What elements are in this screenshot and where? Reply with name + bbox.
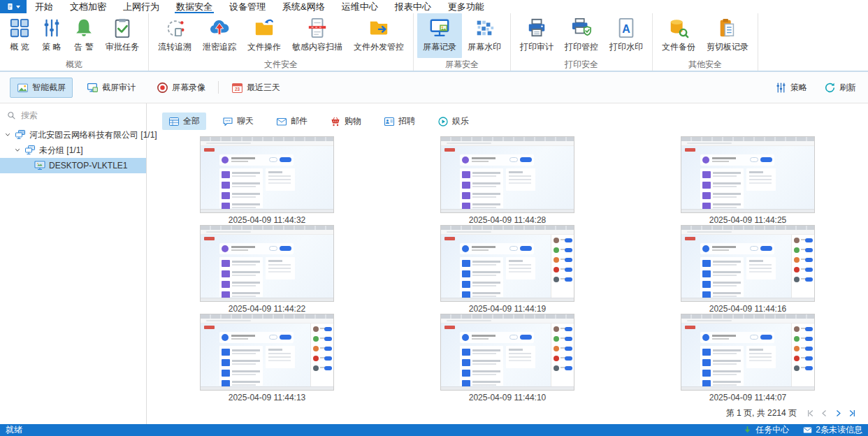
thumb-side-card [506, 168, 535, 191]
ribbon-button[interactable]: 文件操作 [242, 13, 287, 58]
thumb-windows-taskbar [201, 298, 333, 301]
task-center-button[interactable]: 任务中心 [743, 424, 789, 436]
screenshot-timestamp: 2025-04-09 11:44:13 [229, 393, 306, 402]
category-tab[interactable]: 招聘 [377, 112, 421, 130]
screenshot-thumbnail[interactable] [440, 314, 574, 391]
ribbon-group-buttons: 概 览 策 略 告 警 审批任务 [3, 13, 145, 58]
ribbon-button[interactable]: 泄密追踪 [197, 13, 242, 58]
menu-item[interactable]: 系统&网络 [282, 0, 325, 13]
menu-item[interactable]: 设备管理 [229, 0, 266, 13]
menu-item[interactable]: 上网行为 [123, 0, 159, 13]
date-range-filter-button[interactable]: 最近三天 [224, 78, 287, 98]
screenshot-thumbnail[interactable] [681, 136, 815, 213]
thumb-windows-taskbar [681, 386, 814, 390]
unread-messages-button[interactable]: 2条未读信息 [803, 424, 862, 436]
screenshot-thumbnail[interactable] [440, 136, 574, 213]
menu-item[interactable]: 数据安全 [176, 0, 212, 13]
ribbon-button[interactable]: 审批任务 [100, 13, 145, 58]
previous-page-button[interactable] [820, 409, 829, 418]
ribbon-button[interactable]: 策 略 [36, 13, 68, 58]
thumb-windows-taskbar [441, 386, 574, 390]
category-tab[interactable]: 购物 [324, 112, 368, 130]
category-tab[interactable]: 聊天 [216, 112, 260, 130]
screenshot-item: 2025-04-09 11:44:22 [147, 225, 387, 314]
menu-item[interactable]: 运维中心 [342, 0, 378, 13]
ribbon-button[interactable]: 剪切板记录 [701, 13, 754, 58]
thumb-job-list [460, 257, 503, 297]
screenshot-thumbnail[interactable] [200, 136, 334, 213]
menu-item[interactable]: 开始 [35, 0, 53, 13]
ribbon-group-buttons: 文件备份 剪切板记录 [656, 13, 754, 58]
screenshot-thumbnail[interactable] [200, 314, 334, 391]
chevron-down-icon[interactable] [14, 147, 21, 154]
thumb-side-card [506, 257, 535, 279]
ribbon-group-buttons: 打印审计 打印管控 打印水印 [514, 13, 649, 58]
thumb-job-list [460, 346, 503, 386]
screenshot-timestamp: 2025-04-09 11:44:10 [469, 393, 547, 402]
content-area: 全部 聊天 邮件 购物 招聘 娱乐 [147, 103, 868, 424]
search-input[interactable] [21, 110, 126, 120]
refresh-button[interactable]: 刷新 [822, 78, 858, 98]
screenshot-timestamp: 2025-04-09 11:44:19 [469, 304, 547, 314]
ribbon-button[interactable]: 敏感内容扫描 [287, 13, 348, 58]
ribbon-button[interactable]: 告 警 [68, 13, 100, 58]
menu-item[interactable]: 报表中心 [395, 0, 431, 13]
screenshot-thumbnail[interactable] [681, 225, 815, 302]
thumb-webpage [681, 235, 814, 298]
category-tab-label: 招聘 [398, 115, 415, 127]
menu-item[interactable]: 更多功能 [448, 0, 484, 13]
category-tab-label: 购物 [345, 115, 361, 127]
category-tab[interactable]: 邮件 [270, 112, 314, 130]
screenshot-thumbnail[interactable] [440, 225, 574, 302]
toolbar-button[interactable]: 截屏审计 [80, 78, 143, 98]
screenshot-timestamp: 2025-04-09 11:44:07 [709, 393, 787, 402]
screenshot-thumbnail[interactable] [681, 314, 815, 391]
next-page-button[interactable] [834, 409, 843, 418]
ribbon-button-label: 策 略 [42, 41, 61, 53]
toolbar-button-label: 截屏审计 [102, 82, 136, 94]
ribbon-group-label: 文件安全 [152, 58, 410, 73]
policy-button[interactable]: 策略 [773, 78, 809, 98]
tree-node-company[interactable]: 河北安固云网络科技有限公司 [1/1] [0, 127, 146, 143]
tree-node-host-selected[interactable]: DESKTOP-VLKTLE1 [0, 158, 146, 173]
chevron-down-icon[interactable] [4, 131, 11, 138]
mail-icon [276, 116, 287, 127]
category-tab-label: 邮件 [291, 115, 308, 127]
thumb-windows-taskbar [441, 209, 574, 212]
category-tab[interactable]: 全部 [162, 112, 206, 130]
screenshot-thumbnail[interactable] [200, 225, 334, 302]
ribbon-button[interactable]: 屏幕记录 [417, 13, 462, 58]
screenshot-item: 2025-04-09 11:44:13 [147, 314, 387, 402]
first-page-button[interactable] [806, 409, 815, 418]
overview-grid-icon [9, 17, 30, 38]
last-page-button[interactable] [848, 409, 857, 418]
thumb-job-list [460, 168, 503, 208]
screenshot-item: 2025-04-09 11:44:16 [628, 225, 868, 314]
ribbon-button[interactable]: 屏幕水印 [462, 13, 507, 58]
category-tab-label: 娱乐 [452, 115, 469, 127]
menu-item[interactable]: 文档加密 [70, 0, 106, 13]
tree-node-ungrouped[interactable]: 未分组 [1/1] [0, 143, 146, 158]
toolbar-right: 策略 刷新 [773, 78, 858, 98]
ribbon-button[interactable]: 概 览 [3, 13, 36, 58]
ribbon-button[interactable]: 流转追溯 [152, 13, 197, 58]
app-menu-button[interactable] [0, 0, 27, 13]
category-tab[interactable]: 娱乐 [431, 112, 475, 130]
ribbon-button[interactable]: 文件外发管控 [348, 13, 410, 58]
thumb-side-card [746, 168, 776, 191]
thumb-contact-panel [310, 324, 333, 386]
ribbon-button[interactable]: 打印水印 [604, 13, 649, 58]
ribbon-group-buttons: 流转追溯 泄密追踪 文件操作 敏感内容扫描 文件外发管控 [152, 13, 410, 58]
ribbon-button-label: 打印水印 [609, 41, 643, 53]
toolbar-button[interactable]: 智能截屏 [10, 78, 73, 98]
ribbon-group-buttons: 屏幕记录 屏幕水印 [417, 13, 507, 58]
ribbon-group-label: 屏幕安全 [417, 58, 507, 73]
ribbon-button[interactable]: 打印审计 [514, 13, 559, 58]
toolbar-button[interactable]: 屏幕录像 [150, 78, 212, 98]
thumb-windows-taskbar [201, 386, 333, 390]
print-control-icon [571, 17, 592, 38]
ribbon-button[interactable]: 打印管控 [559, 13, 604, 58]
unread-messages-label: 2条未读信息 [816, 424, 862, 436]
capture-audit-icon [87, 82, 99, 94]
ribbon-button[interactable]: 文件备份 [656, 13, 701, 58]
